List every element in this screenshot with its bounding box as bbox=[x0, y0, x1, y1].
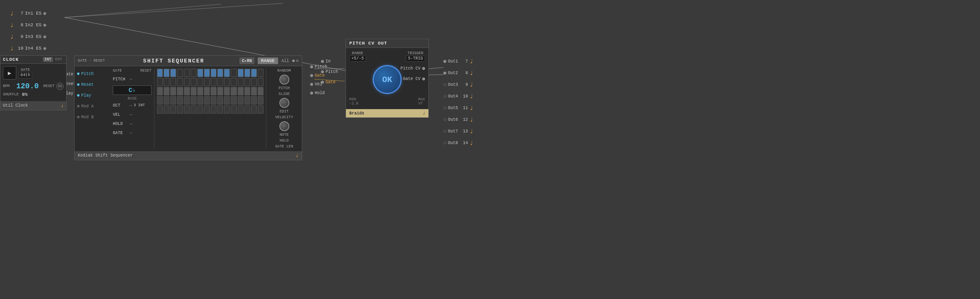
out-dot-1[interactable] bbox=[443, 72, 446, 75]
mid-gate-dot[interactable] bbox=[310, 74, 313, 77]
seq-cell-1-2[interactable] bbox=[170, 78, 176, 86]
out-dot-4[interactable] bbox=[443, 107, 446, 110]
pitch-ok-btn[interactable]: OK bbox=[373, 65, 402, 94]
seq-cell-3-9[interactable] bbox=[217, 96, 223, 105]
seq-cell-4-2[interactable] bbox=[170, 105, 176, 114]
es-dot-1[interactable] bbox=[43, 24, 46, 27]
seq-cell-2-3[interactable] bbox=[177, 87, 183, 95]
seq-cell-1-3[interactable] bbox=[177, 78, 183, 86]
seq-cell-4-6[interactable] bbox=[197, 105, 203, 114]
seq-cell-3-3[interactable] bbox=[177, 96, 183, 105]
seq-cell-1-13[interactable] bbox=[244, 78, 250, 86]
seq-cell-2-14[interactable] bbox=[251, 87, 257, 95]
seq-cell-2-9[interactable] bbox=[217, 87, 223, 95]
seq-cell-3-13[interactable] bbox=[244, 96, 250, 105]
seq-cell-4-14[interactable] bbox=[251, 105, 257, 114]
clock-play-btn[interactable]: ▶ bbox=[3, 66, 16, 80]
seq-cell-1-10[interactable] bbox=[224, 78, 230, 86]
seq-cell-2-1[interactable] bbox=[164, 87, 169, 95]
seq-cell-2-13[interactable] bbox=[244, 87, 250, 95]
seq-cell-4-7[interactable] bbox=[204, 105, 210, 114]
seq-cell-1-14[interactable] bbox=[251, 78, 257, 86]
es-dot-2[interactable] bbox=[43, 35, 46, 38]
out-dot-6[interactable] bbox=[443, 130, 446, 133]
clock-ext-btn[interactable]: EXT bbox=[54, 57, 64, 62]
in-dot[interactable] bbox=[321, 60, 324, 63]
mid-vel-dot[interactable] bbox=[310, 83, 313, 86]
es-dot-3[interactable] bbox=[43, 47, 46, 50]
seq-cell-3-0[interactable] bbox=[157, 96, 163, 105]
out-dot-2[interactable] bbox=[443, 83, 446, 86]
velocity-knob[interactable] bbox=[279, 121, 289, 131]
seq-cell-2-8[interactable] bbox=[211, 87, 216, 95]
seq-cell-0-2[interactable] bbox=[170, 69, 176, 77]
mid-pitch-dot[interactable] bbox=[310, 65, 313, 68]
seq-cell-3-4[interactable] bbox=[184, 96, 190, 105]
slide-knob[interactable] bbox=[279, 98, 289, 108]
seq-cell-0-4[interactable] bbox=[184, 69, 190, 77]
seq-cell-2-0[interactable] bbox=[157, 87, 163, 95]
seq-cell-4-3[interactable] bbox=[177, 105, 183, 114]
seq-cell-1-12[interactable] bbox=[238, 78, 244, 86]
seq-cell-4-10[interactable] bbox=[224, 105, 230, 114]
seq-cell-2-10[interactable] bbox=[224, 87, 230, 95]
seq-cell-4-11[interactable] bbox=[231, 105, 236, 114]
seq-cell-0-0[interactable] bbox=[157, 69, 163, 77]
seq-cell-3-2[interactable] bbox=[170, 96, 176, 105]
seq-cell-0-12[interactable] bbox=[238, 69, 244, 77]
seq-cell-3-12[interactable] bbox=[238, 96, 244, 105]
gate-dot-left[interactable] bbox=[321, 81, 324, 84]
seq-cell-0-3[interactable] bbox=[177, 69, 183, 77]
seq-cell-2-4[interactable] bbox=[184, 87, 190, 95]
mid-hold-dot[interactable] bbox=[310, 92, 313, 95]
pitch-dot[interactable] bbox=[321, 70, 324, 73]
seq-cell-2-7[interactable] bbox=[204, 87, 210, 95]
seq-cell-1-4[interactable] bbox=[184, 78, 190, 86]
seq-cell-4-9[interactable] bbox=[217, 105, 223, 114]
seq-cell-0-6[interactable] bbox=[197, 69, 203, 77]
seq-cell-3-11[interactable] bbox=[231, 96, 236, 105]
seq-cell-1-9[interactable] bbox=[217, 78, 223, 86]
seq-cell-0-10[interactable] bbox=[224, 69, 230, 77]
seq-cell-1-0[interactable] bbox=[157, 78, 163, 86]
seq-cell-2-15[interactable] bbox=[258, 87, 264, 95]
seq-cell-3-7[interactable] bbox=[204, 96, 210, 105]
seq-cell-3-6[interactable] bbox=[197, 96, 203, 105]
reset-btn[interactable]: 31 bbox=[56, 82, 64, 90]
seq-cell-4-5[interactable] bbox=[191, 105, 196, 114]
out-dot-5[interactable] bbox=[443, 118, 446, 121]
out-dot-3[interactable] bbox=[443, 95, 446, 98]
seq-cell-4-1[interactable] bbox=[164, 105, 169, 114]
seq-cell-0-11[interactable] bbox=[231, 69, 236, 77]
seq-cell-4-0[interactable] bbox=[157, 105, 163, 114]
seq-cell-4-4[interactable] bbox=[184, 105, 190, 114]
seq-cell-0-13[interactable] bbox=[244, 69, 250, 77]
seq-cell-4-8[interactable] bbox=[211, 105, 216, 114]
random-knob[interactable] bbox=[279, 75, 289, 85]
seq-cell-4-12[interactable] bbox=[238, 105, 244, 114]
gate-cv-out-dot[interactable] bbox=[422, 77, 425, 80]
seq-cell-0-8[interactable] bbox=[211, 69, 216, 77]
seq-cell-0-7[interactable] bbox=[204, 69, 210, 77]
clock-int-btn[interactable]: INT bbox=[43, 57, 53, 62]
seq-cell-3-5[interactable] bbox=[191, 96, 196, 105]
out-dot-0[interactable] bbox=[443, 60, 446, 63]
seq-cell-0-1[interactable] bbox=[164, 69, 169, 77]
seq-cell-3-14[interactable] bbox=[251, 96, 257, 105]
es-dot-0[interactable] bbox=[43, 12, 46, 15]
seq-cell-1-8[interactable] bbox=[211, 78, 216, 86]
seq-cell-2-5[interactable] bbox=[191, 87, 196, 95]
seq-cell-4-15[interactable] bbox=[258, 105, 264, 114]
seq-cell-3-8[interactable] bbox=[211, 96, 216, 105]
seq-cell-2-12[interactable] bbox=[238, 87, 244, 95]
seq-cell-4-13[interactable] bbox=[244, 105, 250, 114]
seq-cell-1-6[interactable] bbox=[197, 78, 203, 86]
seq-cell-0-9[interactable] bbox=[217, 69, 223, 77]
seq-cell-3-1[interactable] bbox=[164, 96, 169, 105]
seq-cell-3-15[interactable] bbox=[258, 96, 264, 105]
seq-cell-2-11[interactable] bbox=[231, 87, 236, 95]
seq-cell-1-11[interactable] bbox=[231, 78, 236, 86]
seq-range-btn[interactable]: RANGE bbox=[258, 57, 278, 64]
pitch-cv-out-dot[interactable] bbox=[422, 67, 425, 70]
seq-cell-1-15[interactable] bbox=[258, 78, 264, 86]
